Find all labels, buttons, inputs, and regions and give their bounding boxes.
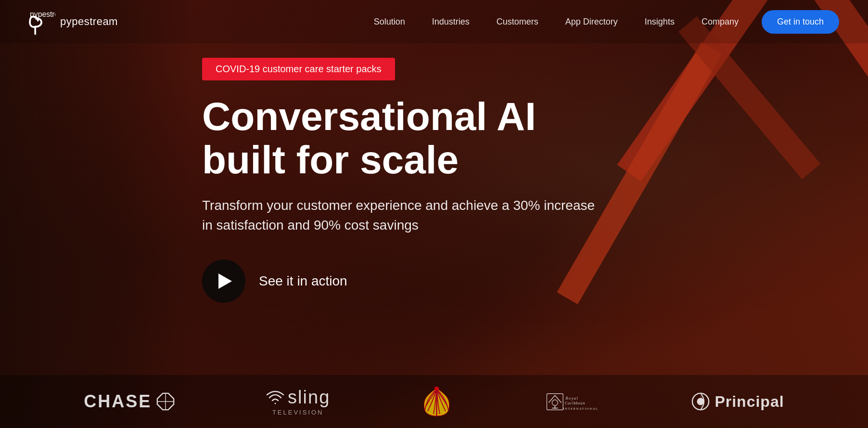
hero-headline: Conversational AI built for scale: [202, 95, 611, 182]
see-action-text: See it in action: [259, 273, 347, 289]
get-in-touch-button[interactable]: Get in touch: [762, 10, 839, 34]
nav-link-insights[interactable]: Insights: [631, 12, 688, 32]
sling-text: sling: [288, 387, 330, 408]
nav-item-app-directory[interactable]: App Directory: [552, 12, 631, 32]
royal-caribbean-icon: Royal Caribbean INTERNATIONAL: [543, 386, 601, 417]
shell-logo: [421, 386, 452, 417]
logos-bar: CHASE sling TELEVISION: [0, 375, 868, 428]
svg-text:Caribbean: Caribbean: [565, 401, 585, 405]
nav-item-industries[interactable]: Industries: [419, 12, 483, 32]
nav-link-company[interactable]: Company: [688, 12, 752, 32]
play-button[interactable]: [202, 259, 245, 303]
logo-area[interactable]: pypestream pypestream: [29, 7, 118, 36]
royal-caribbean-logo: Royal Caribbean INTERNATIONAL: [543, 386, 601, 417]
nav-link-customers[interactable]: Customers: [483, 12, 552, 32]
nav-link-industries[interactable]: Industries: [419, 12, 483, 32]
nav-item-solution[interactable]: Solution: [360, 12, 419, 32]
logo-icon: pypestream: [29, 7, 55, 36]
svg-point-5: [552, 400, 558, 405]
chase-text: CHASE: [84, 391, 152, 412]
sling-logo: sling TELEVISION: [266, 387, 330, 416]
principal-icon: [691, 392, 710, 411]
svg-text:INTERNATIONAL: INTERNATIONAL: [563, 406, 599, 410]
nav-item-customers[interactable]: Customers: [483, 12, 552, 32]
principal-text: Principal: [715, 393, 784, 411]
brand-name: pypestream: [60, 16, 118, 27]
nav-links: Solution Industries Customers App Direct…: [360, 12, 752, 32]
headline-line2: built for scale: [202, 138, 459, 182]
shell-icon: [421, 386, 452, 417]
nav-item-insights[interactable]: Insights: [631, 12, 688, 32]
nav-link-solution[interactable]: Solution: [360, 12, 419, 32]
principal-logo: Principal: [691, 392, 784, 411]
covid-banner[interactable]: COVID-19 customer care starter packs: [202, 58, 395, 80]
hero-section: pypestream pypestream Solution Industrie…: [0, 0, 868, 428]
navbar: pypestream pypestream Solution Industrie…: [0, 0, 868, 43]
svg-text:Royal: Royal: [565, 396, 578, 400]
hero-subtext: Transform your customer experience and a…: [202, 196, 606, 235]
headline-line1: Conversational AI: [202, 94, 536, 138]
cta-area: See it in action: [202, 259, 868, 303]
chase-logo: CHASE: [84, 391, 175, 412]
sling-sub: TELEVISION: [272, 409, 324, 416]
sling-wifi-icon: [266, 390, 285, 405]
nav-item-company[interactable]: Company: [688, 12, 752, 32]
play-icon: [218, 273, 232, 289]
nav-link-app-directory[interactable]: App Directory: [552, 12, 631, 32]
svg-point-3: [434, 387, 439, 390]
chase-icon: [156, 392, 175, 411]
hero-content: COVID-19 customer care starter packs Con…: [0, 43, 868, 303]
